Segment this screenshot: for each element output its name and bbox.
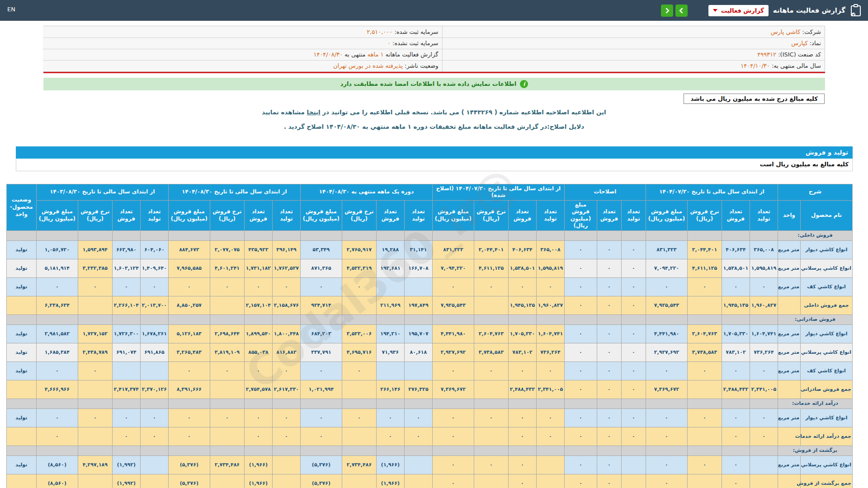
amounts-note-box: کلیه مبالغ درج شده به میلیون ریال می باش… [684, 94, 825, 104]
value-cell [474, 380, 508, 399]
value-cell: ۰ [564, 456, 597, 474]
value-cell: ۰ [404, 409, 432, 427]
value-cell: ۰ [646, 362, 687, 380]
section-filler-cell [474, 399, 508, 409]
product-name-cell: جمع برگشت از فروش [801, 474, 853, 488]
value-cell: ۰ [536, 278, 564, 296]
value-cell: ۶۸۴,۲۰۳ [300, 325, 342, 343]
section-filler-cell [722, 446, 750, 456]
value-cell: ۰ [342, 278, 376, 296]
column-header: تعداد فروش [508, 200, 536, 230]
value-cell: ۴,۶۱۱,۱۲۵ [687, 259, 722, 278]
value-cell [210, 296, 244, 315]
value-cell [272, 474, 300, 488]
product-name-cell: انواع کاشي پرسلاني [801, 259, 853, 278]
info-value: پذیرفته شده در بورس تهران [333, 62, 403, 69]
section-filler-cell [536, 231, 564, 241]
product-name-cell: جمع درآمد ارائه خدمات [801, 427, 853, 446]
section-label: فروش صادراتی: [778, 315, 852, 325]
report-clipboard-icon [850, 4, 862, 17]
section-filler-cell [210, 446, 244, 456]
product-name-cell: انواع کاشي ديوار [801, 325, 853, 343]
value-cell: ۰ [621, 259, 646, 278]
value-cell: ۱۹۵,۷۰۷ [404, 325, 432, 343]
value-cell: ۰ [621, 380, 646, 399]
previous-version-link[interactable]: اینجا [307, 108, 321, 116]
table-row-4: جمع فروش داخلی۱,۹۶۰,۸۲۷۱,۹۴۵,۱۳۵۷,۹۲۵,۵۴… [6, 296, 852, 315]
previous-report-button[interactable] [675, 5, 688, 17]
value-cell: ۲,۰۷۷,۰۷۵ [210, 241, 244, 259]
product-name-cell: انواع کاشي کف [801, 278, 853, 296]
value-cell [112, 362, 140, 380]
value-cell: ۰ [432, 474, 474, 488]
report-type-dropdown[interactable]: گزارش فعالیت [708, 5, 769, 16]
value-cell: ۰ [564, 427, 597, 446]
value-cell: ۳,۵۲۳,۰۰۶ [342, 325, 376, 343]
value-cell: ۰ [597, 456, 621, 474]
value-cell: ۰ [750, 362, 778, 380]
value-cell: ۰ [36, 362, 78, 380]
value-cell: ۰ [564, 241, 597, 259]
value-cell [210, 474, 244, 488]
section-filler-cell [646, 315, 687, 325]
value-cell: ۷,۰۹۴,۲۲۰ [432, 259, 474, 278]
value-cell: ۰ [168, 427, 210, 446]
value-cell: (۱,۹۶۶) [376, 474, 404, 488]
value-cell: ۷,۹۲۵,۵۴۳ [646, 296, 687, 315]
value-cell: ۲,۳۷۰,۱۲۶ [140, 380, 168, 399]
section-filler-cell [300, 446, 342, 456]
value-cell: ۸,۸۵۰,۲۵۷ [168, 296, 210, 315]
column-header: نرخ فروش (ریال) [210, 200, 244, 230]
report-type-dropdown-label: گزارش فعالیت [721, 7, 764, 14]
info-value: کاشي پارس [771, 28, 801, 35]
section-filler-cell [342, 231, 376, 241]
section-filler-cell [432, 399, 474, 409]
value-cell: ۰ [597, 362, 621, 380]
value-cell: ۲,۶۹۸,۶۴۴ [210, 325, 244, 343]
value-cell: ۱,۵۹۳,۸۹۴ [78, 241, 112, 259]
value-cell: ۰ [140, 427, 168, 446]
section-filler-cell [646, 231, 687, 241]
value-cell: (۸,۵۶۰) [36, 474, 78, 488]
value-cell: ۱,۷۶۲,۵۲۷ [272, 259, 300, 278]
section-filler-cell [168, 399, 210, 409]
value-cell: ۰ [621, 325, 646, 343]
section-filler-cell [342, 315, 376, 325]
value-cell: ۰ [432, 427, 474, 446]
value-cell: ۰ [722, 362, 750, 380]
column-header: تعداد تولید [536, 200, 564, 230]
column-header: مبلغ فروش (میلیون ریال) [36, 200, 78, 230]
value-cell: ۰ [376, 427, 404, 446]
section-filler-cell [112, 231, 140, 241]
section-filler-cell [210, 231, 244, 241]
value-cell: ۱,۶۰۳,۱۲۴ [112, 259, 140, 278]
value-cell: ۷,۳۶۹,۶۷۲ [432, 380, 474, 399]
column-header-status: وضعیت محصول-واحد [6, 184, 36, 231]
column-header: نرخ فروش (ریال) [342, 200, 376, 230]
section-filler-cell [36, 446, 78, 456]
value-cell [78, 380, 112, 399]
unit-cell: متر مربع [778, 343, 800, 362]
section-filler-cell [536, 446, 564, 456]
value-cell: ۶۹۱,۸۶۵ [140, 343, 168, 362]
column-header: واحد [778, 200, 800, 230]
section-filler-cell [432, 315, 474, 325]
value-cell [140, 474, 168, 488]
info-cell-right: شرکت: کاشي پارس [442, 26, 825, 38]
value-cell: ۰ [36, 409, 78, 427]
status-cell [6, 296, 36, 315]
language-toggle-en[interactable]: EN [7, 6, 15, 13]
next-report-button[interactable] [661, 5, 673, 17]
value-cell: ۲,۹۲۷,۶۹۲ [432, 343, 474, 362]
info-cell-left: سرمایه ثبت شده: ۲,۵۱۰,۰۰۰ [43, 26, 442, 38]
value-cell: ۴,۶۰۱,۲۴۱ [210, 259, 244, 278]
value-cell: ۱,۴۰۹,۶۴۰ [140, 259, 168, 278]
status-cell: تولید [6, 259, 36, 278]
value-cell: ۰ [597, 343, 621, 362]
value-cell: ۲,۷۳۴,۴۸۶ [342, 456, 376, 474]
value-cell [376, 362, 404, 380]
section-filler-cell [376, 315, 404, 325]
value-cell: ۰ [722, 474, 750, 488]
info-label: سرمایه ثبت نشده: [391, 40, 439, 47]
value-cell [750, 456, 778, 474]
